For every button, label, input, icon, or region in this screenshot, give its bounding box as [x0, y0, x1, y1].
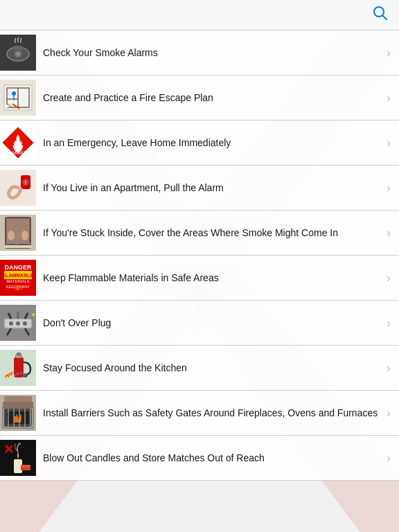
svg-point-65 — [23, 321, 27, 326]
chevron-right-icon: › — [387, 406, 391, 420]
svg-text:MATERIALS: MATERIALS — [6, 279, 30, 283]
item-label: If You Live in an Apartment, Pull the Al… — [43, 181, 381, 195]
list-item[interactable]: Install Barriers Such as Safety Gates Ar… — [0, 391, 399, 436]
svg-point-63 — [9, 321, 13, 326]
thumbnail-apartment: ! — [0, 170, 36, 206]
svg-text:FLAMMABLE: FLAMMABLE — [3, 273, 34, 278]
navigation-header — [0, 0, 399, 30]
list-item[interactable]: Stay Focused Around the Kitchen› — [0, 346, 399, 391]
chevron-right-icon: › — [387, 271, 391, 285]
chevron-right-icon: › — [387, 451, 391, 466]
chevron-right-icon: › — [387, 361, 391, 375]
thumbnail-flammable: DANGER FLAMMABLE MATERIALS KEEP AWAY — [0, 260, 36, 296]
list-item[interactable]: DANGER FLAMMABLE MATERIALS KEEP AWAY Kee… — [0, 256, 399, 301]
chevron-right-icon: › — [387, 226, 391, 240]
item-label: Stay Focused Around the Kitchen — [43, 362, 381, 375]
item-label: Install Barriers Such as Safety Gates Ar… — [43, 407, 381, 420]
thumbnail-kitchen — [0, 350, 36, 386]
svg-rect-75 — [17, 353, 21, 355]
list-item[interactable]: ✦ Don't Over Plug› — [0, 301, 399, 346]
svg-rect-73 — [14, 357, 24, 378]
thumbnail-smoke-alarm — [0, 35, 36, 71]
list-item[interactable]: If You're Stuck Inside, Cover the Areas … — [0, 211, 399, 256]
item-label: Blow Out Candles and Store Matches Out o… — [43, 452, 381, 465]
svg-point-53 — [21, 231, 28, 240]
svg-rect-51 — [4, 245, 32, 248]
svg-point-36 — [12, 91, 16, 96]
svg-text:✦: ✦ — [30, 311, 36, 319]
item-label: Keep Flammable Materials in Safe Areas — [43, 272, 381, 285]
chevron-right-icon: › — [387, 91, 391, 105]
svg-rect-86 — [3, 402, 33, 409]
svg-text:DANGER: DANGER — [4, 264, 32, 271]
item-label: If You're Stuck Inside, Cover the Areas … — [43, 227, 381, 240]
svg-line-21 — [383, 16, 387, 20]
list-item[interactable]: Create and Practice a Fire Escape Plan› — [0, 76, 399, 121]
item-label: Check Your Smoke Alarms — [43, 46, 381, 60]
thumbnail-escape-plan — [0, 80, 36, 116]
chevron-right-icon: › — [387, 136, 391, 150]
list-item[interactable]: Check Your Smoke Alarms› — [0, 30, 399, 76]
tips-list: Check Your Smoke Alarms› Create and Prac… — [0, 30, 399, 481]
list-item[interactable]: ! If You Live in an Apartment, Pull the … — [0, 166, 399, 211]
svg-rect-27 — [14, 46, 22, 50]
search-button[interactable] — [370, 6, 391, 24]
svg-point-52 — [8, 231, 15, 240]
svg-point-26 — [17, 53, 19, 55]
item-label: Don't Over Plug — [43, 317, 381, 330]
thumbnail-stuck-inside — [0, 215, 36, 251]
thumbnail-candles — [0, 440, 36, 476]
chevron-right-icon: › — [387, 46, 391, 60]
item-label: Create and Practice a Fire Escape Plan — [43, 91, 381, 105]
thumbnail-over-plug: ✦ — [0, 305, 36, 341]
thumbnail-barrier — [0, 395, 36, 431]
svg-point-76 — [22, 373, 28, 378]
item-label: In an Emergency, Leave Home Immediately — [43, 136, 381, 150]
chevron-right-icon: › — [387, 316, 391, 330]
svg-rect-95 — [21, 465, 30, 468]
list-item[interactable]: Blow Out Candles and Store Matches Out o… — [0, 436, 399, 481]
list-item[interactable]: FLAMMABLE In an Emergency, Leave Home Im… — [0, 121, 399, 166]
svg-text:!: ! — [25, 180, 26, 185]
chevron-right-icon: › — [387, 181, 391, 195]
thumbnail-emergency: FLAMMABLE — [0, 125, 36, 161]
svg-text:FLAMMABLE: FLAMMABLE — [3, 150, 33, 155]
svg-point-64 — [16, 321, 20, 326]
